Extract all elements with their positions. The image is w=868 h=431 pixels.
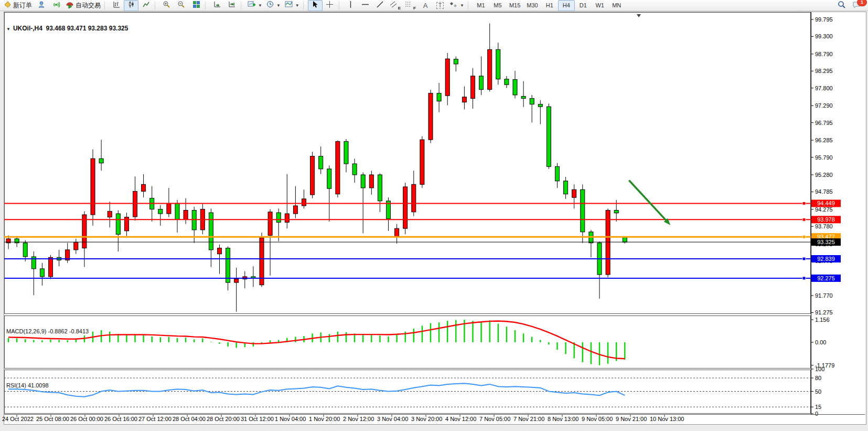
line-handle[interactable]	[802, 235, 806, 238]
chart-background[interactable]	[4, 12, 865, 422]
candle-body	[437, 93, 441, 101]
price-tag-label: 93.978	[817, 216, 835, 223]
fibonacci-icon	[405, 1, 413, 10]
line-handle[interactable]	[802, 277, 806, 280]
line-handle[interactable]	[802, 218, 806, 221]
bar-chart-type-button[interactable]	[109, 0, 124, 11]
vertical-line-tool-button[interactable]	[344, 0, 358, 11]
price-tick-label: 99.795	[815, 16, 833, 23]
candle-body	[133, 191, 137, 217]
price-tick-label: 99.300	[815, 33, 833, 39]
line-chart-type-button[interactable]	[138, 0, 153, 11]
candle-body	[116, 214, 120, 234]
chat-button[interactable]: 1	[849, 0, 864, 11]
crosshair-icon	[326, 1, 334, 10]
line-handle[interactable]	[802, 257, 806, 260]
text-label-tool-button[interactable]: T	[433, 0, 447, 11]
tile-windows-button[interactable]	[189, 0, 203, 11]
price-tag-label: 92.275	[817, 275, 835, 281]
candle-body	[623, 237, 627, 242]
new-order-button[interactable]: 新订单	[2, 0, 34, 11]
timeframe-button-M15[interactable]: M15	[506, 0, 523, 11]
chevron-down-icon: ▼	[258, 3, 262, 8]
templates-button[interactable]: ▼	[283, 0, 302, 11]
candle-body	[99, 159, 103, 163]
chart-end-button[interactable]	[224, 0, 239, 11]
zoom-out-button[interactable]	[174, 0, 189, 11]
trendline-tool-button[interactable]	[373, 0, 388, 11]
timeframe-button-M1[interactable]: M1	[473, 0, 489, 11]
new-chart-button[interactable]: ▼	[245, 0, 264, 11]
candle-body	[412, 184, 416, 212]
time-tick-label: 25 Oct 08:00	[36, 416, 69, 422]
accounts-button[interactable]	[34, 0, 49, 11]
chart-canvas[interactable]: 99.79599.30098.79098.29597.80097.29096.7…	[0, 11, 868, 431]
chevron-down-icon: ▼	[276, 3, 281, 8]
time-tick-label: 2 Nov 12:00	[343, 416, 374, 422]
crosshair-tool-button[interactable]	[323, 0, 337, 11]
timeframe-button-W1[interactable]: W1	[592, 0, 608, 11]
price-tick-label: 95.280	[815, 172, 833, 178]
fibonacci-tool-button[interactable]: F	[403, 0, 418, 11]
time-tick-label: 31 Oct 12:00	[241, 416, 274, 422]
timeframe-button-H1[interactable]: H1	[541, 0, 558, 11]
chart-forward-button[interactable]	[210, 0, 224, 11]
candle-body	[445, 59, 449, 96]
text-tool-button[interactable]: A	[418, 0, 433, 11]
periods-button[interactable]: ▼	[264, 0, 283, 11]
candle-body	[184, 210, 188, 219]
line-handle[interactable]	[802, 202, 806, 205]
time-tick-label: 24 Oct 2022	[2, 416, 34, 422]
toolbar-separator	[303, 2, 306, 9]
price-tick-label: 98.790	[815, 51, 833, 57]
toolbar-separator	[155, 2, 157, 9]
price-tick-label: 94.785	[815, 188, 833, 195]
candle-body	[218, 248, 222, 254]
autotrading-button[interactable]: 自动交易	[63, 0, 103, 11]
candle-body	[234, 279, 239, 283]
price-tick-label: 94.275	[815, 206, 833, 213]
candle-body	[268, 212, 272, 236]
candle-body	[403, 187, 408, 228]
time-tick-label: 7 Nov 21:00	[513, 416, 544, 422]
symbol-dropdown-icon[interactable]: ▼	[6, 27, 10, 31]
candlestick-chart-type-button[interactable]	[124, 0, 138, 11]
toolbar-right-group: 1	[834, 0, 864, 11]
timeframe-button-D1[interactable]: D1	[575, 0, 592, 11]
price-tag-label: 92.839	[817, 256, 835, 262]
rsi-axis-label: 15	[815, 404, 821, 410]
signals-button[interactable]	[49, 0, 63, 11]
arrows-tool-button[interactable]: ▼	[447, 0, 466, 11]
candle-body	[40, 269, 44, 277]
tile-windows-icon	[192, 1, 200, 10]
search-button[interactable]	[834, 0, 849, 11]
macd-indicator-label: MACD(12,26,9) -0.8862 -0.8413	[6, 328, 89, 334]
equidistant-channel-tool-button[interactable]: E	[388, 0, 403, 11]
candle-body	[175, 203, 179, 219]
candlestick-chart-icon	[127, 1, 135, 10]
candle-body	[302, 199, 306, 206]
candle-body	[369, 175, 373, 188]
candle-body	[505, 79, 509, 85]
channel-letter: E	[398, 6, 401, 10]
price-tick-label: 91.275	[815, 309, 833, 316]
timeframe-button-MN[interactable]: MN	[608, 0, 625, 11]
candle-body	[23, 243, 27, 257]
rsi-axis-label: 0	[815, 411, 818, 417]
timeframe-button-H4[interactable]: H4	[558, 0, 575, 11]
timeframe-button-M5[interactable]: M5	[489, 0, 506, 11]
time-tick-label: 28 Oct 20:00	[207, 416, 240, 422]
candle-body	[310, 156, 315, 195]
time-tick-label: 4 Nov 12:00	[445, 416, 476, 422]
rsi-axis-label: 100	[815, 366, 824, 372]
candle-body	[488, 49, 492, 89]
timeframe-button-M30[interactable]: M30	[523, 0, 541, 11]
time-tick-label: 3 Nov 04:00	[377, 416, 408, 422]
vertical-line-icon	[347, 1, 355, 10]
macd-axis-label: 1.156	[815, 317, 830, 323]
time-tick-label: 10 Nov 13:00	[650, 416, 684, 422]
toolbar-separator	[104, 2, 107, 9]
cursor-tool-button[interactable]	[308, 0, 323, 11]
horizontal-line-tool-button[interactable]	[358, 0, 373, 11]
zoom-in-button[interactable]	[159, 0, 174, 11]
